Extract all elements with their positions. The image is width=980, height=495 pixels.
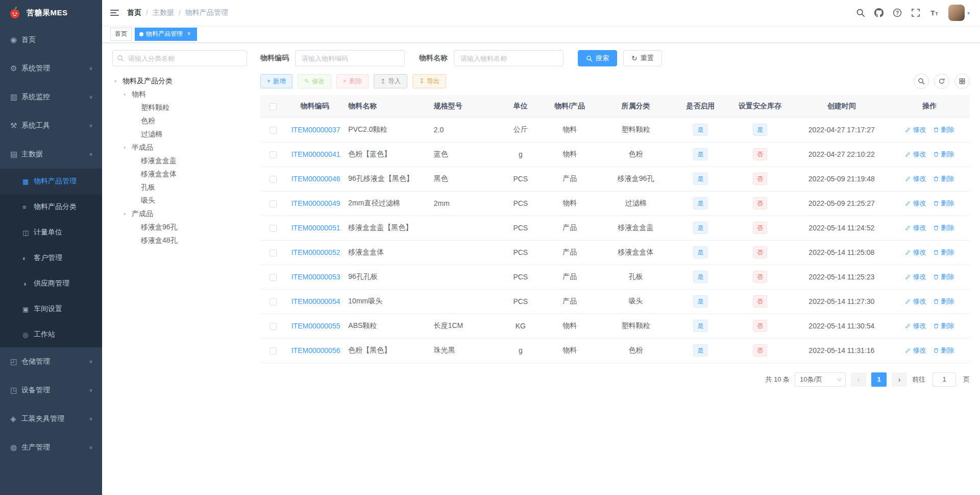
delete-link[interactable]: 删除 bbox=[933, 297, 954, 306]
material-code-input[interactable] bbox=[295, 50, 405, 66]
page-button-1[interactable]: 1 bbox=[871, 372, 887, 387]
user-menu[interactable]: ▾ bbox=[943, 5, 975, 21]
sidebar-item[interactable]: ▣ 车间设置 bbox=[0, 296, 102, 322]
next-page-button[interactable]: › bbox=[892, 372, 907, 387]
item-code-link[interactable]: ITEM00000053 bbox=[291, 273, 340, 281]
delete-link[interactable]: 删除 bbox=[933, 223, 954, 232]
tree-node[interactable]: 移液盒盒盖 bbox=[112, 154, 247, 168]
search-button[interactable]: 搜索 bbox=[578, 50, 617, 66]
table-row[interactable]: ITEM00000041 色粉【蓝色】 蓝色 g 物料 色粉 是 否 2022-… bbox=[260, 142, 970, 167]
delete-link[interactable]: 删除 bbox=[933, 150, 954, 159]
delete-link[interactable]: 删除 bbox=[933, 199, 954, 208]
row-checkbox[interactable] bbox=[270, 200, 277, 207]
row-checkbox[interactable] bbox=[270, 127, 277, 134]
table-row[interactable]: ITEM00000051 移液盒盒盖【黑色】 PCS 产品 移液盒盒盖 是 否 … bbox=[260, 216, 970, 240]
prev-page-button[interactable]: ‹ bbox=[851, 372, 866, 387]
table-row[interactable]: ITEM00000037 PVC2.0颗粒 2.0 公斤 物料 塑料颗粒 是 是… bbox=[260, 117, 970, 142]
edit-link[interactable]: 修改 bbox=[905, 297, 926, 306]
search-icon[interactable] bbox=[851, 0, 870, 26]
delete-link[interactable]: 删除 bbox=[933, 321, 954, 331]
delete-link[interactable]: 删除 bbox=[933, 248, 954, 257]
edit-link[interactable]: 修改 bbox=[905, 125, 926, 134]
item-code-link[interactable]: ITEM00000049 bbox=[291, 199, 340, 207]
sidebar-item[interactable]: ⚒ 系统工具 ∨ bbox=[0, 111, 102, 140]
sidebar-item[interactable]: ◈ 工装夹具管理 ∨ bbox=[0, 405, 102, 433]
row-checkbox[interactable] bbox=[270, 225, 277, 232]
delete-link[interactable]: 删除 bbox=[933, 346, 954, 355]
row-checkbox[interactable] bbox=[270, 323, 277, 330]
columns-button[interactable] bbox=[954, 74, 970, 89]
goto-page-input[interactable] bbox=[933, 372, 956, 387]
help-icon[interactable] bbox=[888, 0, 906, 26]
page-size-select[interactable]: 10条/页 bbox=[795, 372, 846, 387]
sidebar-item[interactable]: ◳ 设备管理 ∨ bbox=[0, 376, 102, 405]
sidebar-item[interactable]: ◑ 供应商管理 bbox=[0, 271, 102, 296]
sidebar-item[interactable]: ◰ 仓储管理 ∨ bbox=[0, 347, 102, 376]
sidebar-item[interactable]: ◐ 客户管理 bbox=[0, 245, 102, 271]
toolbar-button[interactable]: × 删除 bbox=[336, 74, 369, 88]
row-checkbox[interactable] bbox=[270, 347, 277, 355]
sidebar-item[interactable]: ▤ 主数据 ∧ bbox=[0, 140, 102, 169]
app-logo[interactable]: 苦糖果MES bbox=[0, 0, 102, 26]
category-search-input[interactable] bbox=[112, 50, 247, 66]
tree-node[interactable]: 色粉 bbox=[112, 114, 247, 128]
toggle-search-button[interactable] bbox=[914, 74, 929, 89]
sidebar-item[interactable]: ◎ 工作站 bbox=[0, 322, 102, 347]
sidebar-item[interactable]: ◉ 首页 bbox=[0, 26, 102, 54]
tag-tab[interactable]: 物料产品管理 × bbox=[135, 28, 197, 41]
fullscreen-icon[interactable] bbox=[906, 0, 925, 26]
tree-node[interactable]: 过滤棉 bbox=[112, 128, 247, 141]
item-code-link[interactable]: ITEM00000055 bbox=[291, 322, 340, 330]
breadcrumb-item[interactable]: / 首页 bbox=[127, 8, 141, 17]
github-icon[interactable] bbox=[870, 0, 888, 26]
edit-link[interactable]: 修改 bbox=[905, 346, 926, 355]
breadcrumb-item[interactable]: / 物料产品管理 bbox=[174, 8, 228, 17]
tree-node[interactable]: 孔板 bbox=[112, 181, 247, 194]
edit-link[interactable]: 修改 bbox=[905, 272, 926, 281]
select-all-checkbox[interactable] bbox=[270, 103, 277, 110]
table-row[interactable]: ITEM00000049 2mm直径过滤棉 2mm PCS 物料 过滤棉 是 否… bbox=[260, 191, 970, 216]
toolbar-button[interactable]: ↧ 导出 bbox=[412, 74, 446, 88]
font-size-icon[interactable] bbox=[925, 0, 943, 26]
table-row[interactable]: ITEM00000054 10mm吸头 PCS 产品 吸头 是 否 2022-0… bbox=[260, 289, 970, 314]
material-name-input[interactable] bbox=[454, 50, 564, 66]
sidebar-item[interactable]: ▥ 系统监控 ∨ bbox=[0, 83, 102, 111]
row-checkbox[interactable] bbox=[270, 151, 277, 158]
item-code-link[interactable]: ITEM00000051 bbox=[291, 224, 340, 232]
delete-link[interactable]: 删除 bbox=[933, 125, 954, 134]
sidebar-toggle-button[interactable] bbox=[102, 0, 127, 26]
tree-node[interactable]: 移液盒96孔 bbox=[112, 221, 247, 234]
close-icon[interactable]: × bbox=[185, 31, 192, 38]
item-code-link[interactable]: ITEM00000037 bbox=[291, 126, 340, 134]
row-checkbox[interactable] bbox=[270, 274, 277, 281]
refresh-button[interactable] bbox=[934, 74, 949, 89]
table-row[interactable]: ITEM00000053 96孔孔板 PCS 产品 孔板 是 否 2022-05… bbox=[260, 265, 970, 289]
tree-node[interactable]: 塑料颗粒 bbox=[112, 101, 247, 114]
edit-link[interactable]: 修改 bbox=[905, 174, 926, 183]
table-row[interactable]: ITEM00000055 ABS颗粒 长度1CM KG 物料 塑料颗粒 是 否 … bbox=[260, 314, 970, 338]
row-checkbox[interactable] bbox=[270, 298, 277, 305]
delete-link[interactable]: 删除 bbox=[933, 174, 954, 183]
table-row[interactable]: ITEM00000052 移液盒盒体 PCS 产品 移液盒盒体 是 否 2022… bbox=[260, 240, 970, 265]
tree-node[interactable]: 移液盒48孔 bbox=[112, 234, 247, 247]
sidebar-item[interactable]: ◍ 生产管理 ∨ bbox=[0, 433, 102, 462]
edit-link[interactable]: 修改 bbox=[905, 199, 926, 208]
sidebar-item[interactable]: ◫ 计量单位 bbox=[0, 220, 102, 245]
sidebar-item[interactable]: ▦ 物料产品管理 bbox=[0, 169, 102, 194]
item-code-link[interactable]: ITEM00000056 bbox=[291, 346, 340, 355]
reset-button[interactable]: ↻ 重置 bbox=[623, 50, 662, 66]
edit-link[interactable]: 修改 bbox=[905, 223, 926, 232]
tree-node[interactable]: ▾ 物料及产品分类 bbox=[112, 75, 247, 88]
toolbar-button[interactable]: ✎ 修改 bbox=[298, 74, 331, 88]
sidebar-item[interactable]: ⚙ 系统管理 ∨ bbox=[0, 54, 102, 83]
edit-link[interactable]: 修改 bbox=[905, 321, 926, 331]
tree-node[interactable]: ▾ 产成品 bbox=[112, 207, 247, 221]
tree-node[interactable]: 吸头 bbox=[112, 194, 247, 207]
item-code-link[interactable]: ITEM00000052 bbox=[291, 248, 340, 256]
edit-link[interactable]: 修改 bbox=[905, 150, 926, 159]
item-code-link[interactable]: ITEM00000054 bbox=[291, 297, 340, 305]
item-code-link[interactable]: ITEM00000041 bbox=[291, 150, 340, 158]
tree-node[interactable]: ▾ 物料 bbox=[112, 88, 247, 101]
table-row[interactable]: ITEM00000056 色粉【黑色】 珠光黑 g 物料 色粉 是 否 2022… bbox=[260, 338, 970, 363]
row-checkbox[interactable] bbox=[270, 249, 277, 256]
